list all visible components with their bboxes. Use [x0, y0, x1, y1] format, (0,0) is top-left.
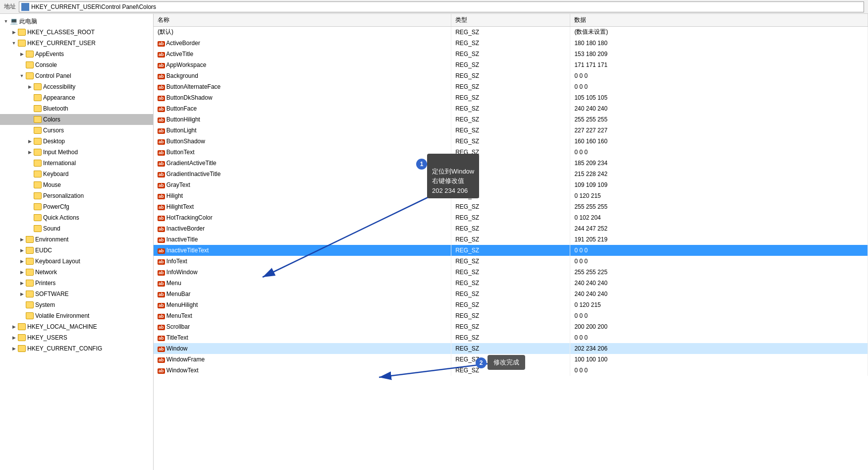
table-row[interactable]: ab BackgroundREG_SZ0 0 0: [154, 70, 868, 81]
table-row[interactable]: ab MenuREG_SZ240 240 240: [154, 278, 868, 289]
tree-item-volatileenv[interactable]: Volatile Environment: [0, 310, 153, 321]
table-row[interactable]: ab ActiveTitleREG_SZ153 180 209: [154, 49, 868, 59]
table-row[interactable]: ab GrayTextREG_SZ109 109 109: [154, 179, 868, 190]
tree-item-colors[interactable]: Colors: [0, 114, 153, 125]
tree-toggle-accessibility[interactable]: [26, 83, 34, 91]
tree-toggle-desktop[interactable]: [26, 137, 34, 145]
cell-type: REG_SZ: [451, 27, 570, 38]
table-row[interactable]: ab InactiveTitleTextREG_SZ0 0 0: [154, 245, 868, 256]
tree-toggle-software[interactable]: [18, 290, 26, 298]
table-row[interactable]: ab InfoWindowREG_SZ255 255 225: [154, 267, 868, 278]
cell-type: REG_SZ: [451, 92, 570, 103]
table-row[interactable]: ab ButtonHilightREG_SZ255 255 255: [154, 114, 868, 125]
tree-item-printers[interactable]: Printers: [0, 278, 153, 289]
table-row[interactable]: ab WindowFrameREG_SZ100 100 100: [154, 354, 868, 365]
tree-toggle-environment[interactable]: [18, 235, 26, 243]
tree-toggle-printers[interactable]: [18, 279, 26, 287]
tree-item-quickactions[interactable]: Quick Actions: [0, 212, 153, 223]
table-row[interactable]: ab ButtonDkShadowREG_SZ105 105 105: [154, 92, 868, 103]
address-path[interactable]: HKEY_CURRENT_USER\Control Panel\Colors: [19, 1, 864, 12]
table-row[interactable]: ab InactiveTitleREG_SZ191 205 219: [154, 234, 868, 245]
table-row[interactable]: ab HilightTextREG_SZ255 255 255: [154, 201, 868, 212]
tree-toggle-controlpanel[interactable]: [18, 72, 26, 80]
table-row[interactable]: ab WindowREG_SZ202 234 206: [154, 343, 868, 354]
table-row[interactable]: ab ButtonTextREG_SZ0 0 0: [154, 147, 868, 158]
table-row[interactable]: ab ButtonAlternateFaceREG_SZ0 0 0: [154, 81, 868, 92]
tree-item-keyboard[interactable]: Keyboard: [0, 169, 153, 179]
tree-item-hklm[interactable]: HKEY_LOCAL_MACHINE: [0, 321, 153, 332]
tree-toggle-hkcr[interactable]: [10, 28, 18, 36]
tree-item-system[interactable]: System: [0, 299, 153, 310]
tree-item-network[interactable]: Network: [0, 267, 153, 278]
tree-toggle-eudc[interactable]: [18, 246, 26, 254]
tree-item-sound[interactable]: Sound: [0, 223, 153, 234]
table-row[interactable]: ab AppWorkspaceREG_SZ171 171 171: [154, 59, 868, 70]
ab-icon: ab: [158, 270, 165, 276]
tree-icon-powercfg: [34, 203, 43, 211]
tree-toggle-hklm[interactable]: [10, 323, 18, 331]
table-row[interactable]: (默认)REG_SZ(数值未设置): [154, 27, 868, 38]
tree-item-appearance[interactable]: Appearance: [0, 92, 153, 103]
tree-item-hkcu[interactable]: HKEY_CURRENT_USER: [0, 38, 153, 49]
tree-icon-hku: [18, 334, 27, 342]
tree-item-cursors[interactable]: Cursors: [0, 125, 153, 136]
tree-item-this-pc[interactable]: 💻此电脑: [0, 16, 153, 27]
tree-item-mouse[interactable]: Mouse: [0, 179, 153, 190]
tree-item-controlpanel[interactable]: Control Panel: [0, 70, 153, 81]
tree-toggle-hkcc[interactable]: [10, 345, 18, 352]
table-row[interactable]: ab ButtonLightREG_SZ227 227 227: [154, 125, 868, 136]
tree-item-international[interactable]: International: [0, 158, 153, 169]
tree-item-software[interactable]: SOFTWARE: [0, 289, 153, 299]
table-row[interactable]: ab WindowTextREG_SZ0 0 0: [154, 365, 868, 376]
table-row[interactable]: ab HotTrackingColorREG_SZ0 102 204: [154, 212, 868, 223]
table-row[interactable]: ab ScrollbarREG_SZ200 200 200: [154, 321, 868, 332]
tree-icon-accessibility: [34, 83, 43, 91]
tree-toggle-appevents[interactable]: [18, 50, 26, 58]
cell-name: ab InactiveTitleText: [154, 245, 451, 256]
tree-item-keyboardlayout[interactable]: Keyboard Layout: [0, 256, 153, 267]
tree-icon-international: [34, 159, 43, 168]
cell-data: 0 120 215: [570, 299, 868, 310]
tree-toggle-this-pc[interactable]: [2, 17, 10, 25]
table-row[interactable]: ab GradientInactiveTitleREG_SZ215 228 24…: [154, 169, 868, 179]
table-row[interactable]: ab MenuBarREG_SZ240 240 240: [154, 289, 868, 299]
table-row[interactable]: ab InactiveBorderREG_SZ244 247 252: [154, 223, 868, 234]
tree-item-hku[interactable]: HKEY_USERS: [0, 332, 153, 343]
tree-icon-personalization: [34, 192, 43, 200]
table-row[interactable]: ab MenuTextREG_SZ0 0 0: [154, 310, 868, 321]
tree-item-hkcr[interactable]: HKEY_CLASSES_ROOT: [0, 27, 153, 38]
tree-toggle-inputmethod[interactable]: [26, 148, 34, 156]
tree-item-bluetooth[interactable]: Bluetooth: [0, 103, 153, 114]
table-row[interactable]: ab InfoTextREG_SZ0 0 0: [154, 256, 868, 267]
tree-item-inputmethod[interactable]: Input Method: [0, 147, 153, 158]
tree-item-eudc[interactable]: EUDC: [0, 245, 153, 256]
cell-name: ab ButtonAlternateFace: [154, 81, 451, 92]
tree-item-desktop[interactable]: Desktop: [0, 136, 153, 147]
ab-icon: ab: [158, 183, 165, 188]
tree-item-accessibility[interactable]: Accessibility: [0, 81, 153, 92]
tree-label-sound: Sound: [43, 225, 60, 232]
tree-item-console[interactable]: Console: [0, 59, 153, 70]
registry-table: 名称 类型 数据 (默认)REG_SZ(数值未设置)ab ActiveBorde…: [154, 14, 868, 376]
cell-data: 109 109 109: [570, 179, 868, 190]
address-bar: 地址 HKEY_CURRENT_USER\Control Panel\Color…: [0, 0, 868, 14]
tree-item-hkcc[interactable]: HKEY_CURRENT_CONFIG: [0, 343, 153, 354]
tree-toggle-hkcu[interactable]: [10, 39, 18, 47]
tree-toggle-hku[interactable]: [10, 334, 18, 342]
ab-icon: ab: [158, 216, 165, 221]
table-row[interactable]: ab GradientActiveTitleREG_SZ185 209 234: [154, 158, 868, 169]
table-row[interactable]: ab TitleTextREG_SZ0 0 0: [154, 332, 868, 343]
table-row[interactable]: ab MenuHilightREG_SZ0 120 215: [154, 299, 868, 310]
tree-toggle-network[interactable]: [18, 268, 26, 276]
table-row[interactable]: ab HilightREG_SZ0 120 215: [154, 190, 868, 201]
ab-icon: ab: [158, 325, 165, 330]
table-row[interactable]: ab ActiveBorderREG_SZ180 180 180: [154, 38, 868, 49]
tree-label-hkcu: HKEY_CURRENT_USER: [27, 40, 96, 47]
tree-item-powercfg[interactable]: PowerCfg: [0, 201, 153, 212]
table-row[interactable]: ab ButtonShadowREG_SZ160 160 160: [154, 136, 868, 147]
tree-item-appevents[interactable]: AppEvents: [0, 49, 153, 59]
tree-toggle-keyboardlayout[interactable]: [18, 257, 26, 265]
tree-item-environment[interactable]: Environment: [0, 234, 153, 245]
table-row[interactable]: ab ButtonFaceREG_SZ240 240 240: [154, 103, 868, 114]
tree-item-personalization[interactable]: Personalization: [0, 190, 153, 201]
